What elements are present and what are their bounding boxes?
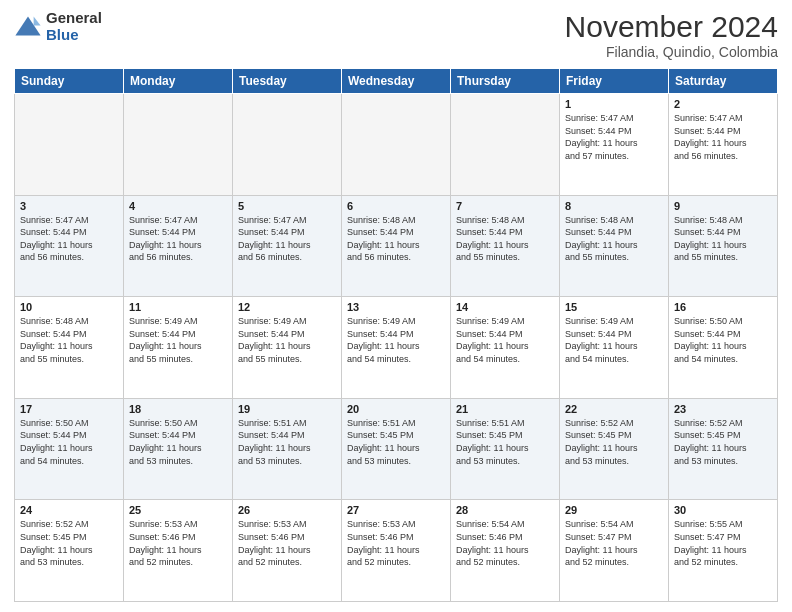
cell-day-number: 16 xyxy=(674,301,772,313)
calendar-cell: 9Sunrise: 5:48 AM Sunset: 5:44 PM Daylig… xyxy=(669,195,778,297)
cell-day-number: 11 xyxy=(129,301,227,313)
calendar-cell: 27Sunrise: 5:53 AM Sunset: 5:46 PM Dayli… xyxy=(342,500,451,602)
cell-info: Sunrise: 5:49 AM Sunset: 5:44 PM Dayligh… xyxy=(565,315,663,365)
cell-info: Sunrise: 5:51 AM Sunset: 5:45 PM Dayligh… xyxy=(347,417,445,467)
calendar-cell xyxy=(233,94,342,196)
calendar-cell: 2Sunrise: 5:47 AM Sunset: 5:44 PM Daylig… xyxy=(669,94,778,196)
weekday-header-sunday: Sunday xyxy=(15,69,124,94)
cell-day-number: 4 xyxy=(129,200,227,212)
calendar-cell: 3Sunrise: 5:47 AM Sunset: 5:44 PM Daylig… xyxy=(15,195,124,297)
month-title: November 2024 xyxy=(565,10,778,44)
cell-info: Sunrise: 5:47 AM Sunset: 5:44 PM Dayligh… xyxy=(20,214,118,264)
calendar-cell: 29Sunrise: 5:54 AM Sunset: 5:47 PM Dayli… xyxy=(560,500,669,602)
cell-day-number: 17 xyxy=(20,403,118,415)
cell-info: Sunrise: 5:48 AM Sunset: 5:44 PM Dayligh… xyxy=(20,315,118,365)
calendar-cell: 12Sunrise: 5:49 AM Sunset: 5:44 PM Dayli… xyxy=(233,297,342,399)
cell-day-number: 18 xyxy=(129,403,227,415)
cell-day-number: 19 xyxy=(238,403,336,415)
location-title: Filandia, Quindio, Colombia xyxy=(565,44,778,60)
cell-info: Sunrise: 5:50 AM Sunset: 5:44 PM Dayligh… xyxy=(20,417,118,467)
cell-day-number: 7 xyxy=(456,200,554,212)
calendar-cell: 7Sunrise: 5:48 AM Sunset: 5:44 PM Daylig… xyxy=(451,195,560,297)
calendar-cell: 26Sunrise: 5:53 AM Sunset: 5:46 PM Dayli… xyxy=(233,500,342,602)
calendar-cell: 20Sunrise: 5:51 AM Sunset: 5:45 PM Dayli… xyxy=(342,398,451,500)
cell-day-number: 26 xyxy=(238,504,336,516)
calendar-cell: 21Sunrise: 5:51 AM Sunset: 5:45 PM Dayli… xyxy=(451,398,560,500)
cell-info: Sunrise: 5:53 AM Sunset: 5:46 PM Dayligh… xyxy=(347,518,445,568)
calendar-cell: 13Sunrise: 5:49 AM Sunset: 5:44 PM Dayli… xyxy=(342,297,451,399)
title-block: November 2024 Filandia, Quindio, Colombi… xyxy=(565,10,778,60)
cell-day-number: 14 xyxy=(456,301,554,313)
calendar-cell: 11Sunrise: 5:49 AM Sunset: 5:44 PM Dayli… xyxy=(124,297,233,399)
logo: General Blue xyxy=(14,10,102,43)
cell-day-number: 24 xyxy=(20,504,118,516)
calendar-header: SundayMondayTuesdayWednesdayThursdayFrid… xyxy=(15,69,778,94)
cell-info: Sunrise: 5:52 AM Sunset: 5:45 PM Dayligh… xyxy=(674,417,772,467)
calendar-cell: 28Sunrise: 5:54 AM Sunset: 5:46 PM Dayli… xyxy=(451,500,560,602)
calendar-week-4: 17Sunrise: 5:50 AM Sunset: 5:44 PM Dayli… xyxy=(15,398,778,500)
calendar-cell: 16Sunrise: 5:50 AM Sunset: 5:44 PM Dayli… xyxy=(669,297,778,399)
calendar-cell: 25Sunrise: 5:53 AM Sunset: 5:46 PM Dayli… xyxy=(124,500,233,602)
cell-info: Sunrise: 5:47 AM Sunset: 5:44 PM Dayligh… xyxy=(565,112,663,162)
calendar-cell xyxy=(15,94,124,196)
cell-day-number: 22 xyxy=(565,403,663,415)
cell-info: Sunrise: 5:50 AM Sunset: 5:44 PM Dayligh… xyxy=(674,315,772,365)
cell-info: Sunrise: 5:47 AM Sunset: 5:44 PM Dayligh… xyxy=(674,112,772,162)
cell-info: Sunrise: 5:49 AM Sunset: 5:44 PM Dayligh… xyxy=(347,315,445,365)
weekday-header-friday: Friday xyxy=(560,69,669,94)
calendar-cell: 6Sunrise: 5:48 AM Sunset: 5:44 PM Daylig… xyxy=(342,195,451,297)
calendar-cell: 8Sunrise: 5:48 AM Sunset: 5:44 PM Daylig… xyxy=(560,195,669,297)
cell-day-number: 2 xyxy=(674,98,772,110)
calendar-week-5: 24Sunrise: 5:52 AM Sunset: 5:45 PM Dayli… xyxy=(15,500,778,602)
cell-day-number: 23 xyxy=(674,403,772,415)
cell-day-number: 9 xyxy=(674,200,772,212)
calendar-week-2: 3Sunrise: 5:47 AM Sunset: 5:44 PM Daylig… xyxy=(15,195,778,297)
logo-icon xyxy=(14,13,42,41)
calendar-cell xyxy=(342,94,451,196)
calendar-cell: 1Sunrise: 5:47 AM Sunset: 5:44 PM Daylig… xyxy=(560,94,669,196)
cell-info: Sunrise: 5:49 AM Sunset: 5:44 PM Dayligh… xyxy=(456,315,554,365)
cell-info: Sunrise: 5:48 AM Sunset: 5:44 PM Dayligh… xyxy=(565,214,663,264)
svg-marker-0 xyxy=(15,16,40,35)
calendar-cell: 18Sunrise: 5:50 AM Sunset: 5:44 PM Dayli… xyxy=(124,398,233,500)
calendar-cell: 14Sunrise: 5:49 AM Sunset: 5:44 PM Dayli… xyxy=(451,297,560,399)
cell-day-number: 27 xyxy=(347,504,445,516)
cell-info: Sunrise: 5:47 AM Sunset: 5:44 PM Dayligh… xyxy=(129,214,227,264)
cell-day-number: 6 xyxy=(347,200,445,212)
cell-day-number: 10 xyxy=(20,301,118,313)
weekday-header-wednesday: Wednesday xyxy=(342,69,451,94)
cell-info: Sunrise: 5:48 AM Sunset: 5:44 PM Dayligh… xyxy=(674,214,772,264)
cell-day-number: 29 xyxy=(565,504,663,516)
calendar-cell: 10Sunrise: 5:48 AM Sunset: 5:44 PM Dayli… xyxy=(15,297,124,399)
cell-info: Sunrise: 5:49 AM Sunset: 5:44 PM Dayligh… xyxy=(129,315,227,365)
cell-info: Sunrise: 5:54 AM Sunset: 5:47 PM Dayligh… xyxy=(565,518,663,568)
cell-day-number: 13 xyxy=(347,301,445,313)
cell-day-number: 30 xyxy=(674,504,772,516)
calendar: SundayMondayTuesdayWednesdayThursdayFrid… xyxy=(14,68,778,602)
cell-day-number: 5 xyxy=(238,200,336,212)
cell-day-number: 25 xyxy=(129,504,227,516)
calendar-week-1: 1Sunrise: 5:47 AM Sunset: 5:44 PM Daylig… xyxy=(15,94,778,196)
calendar-week-3: 10Sunrise: 5:48 AM Sunset: 5:44 PM Dayli… xyxy=(15,297,778,399)
logo-text: General Blue xyxy=(46,10,102,43)
calendar-body: 1Sunrise: 5:47 AM Sunset: 5:44 PM Daylig… xyxy=(15,94,778,602)
calendar-cell: 5Sunrise: 5:47 AM Sunset: 5:44 PM Daylig… xyxy=(233,195,342,297)
cell-info: Sunrise: 5:54 AM Sunset: 5:46 PM Dayligh… xyxy=(456,518,554,568)
weekday-header-tuesday: Tuesday xyxy=(233,69,342,94)
cell-day-number: 1 xyxy=(565,98,663,110)
cell-day-number: 15 xyxy=(565,301,663,313)
cell-day-number: 28 xyxy=(456,504,554,516)
page: General Blue November 2024 Filandia, Qui… xyxy=(0,0,792,612)
calendar-cell: 17Sunrise: 5:50 AM Sunset: 5:44 PM Dayli… xyxy=(15,398,124,500)
cell-day-number: 3 xyxy=(20,200,118,212)
calendar-cell: 23Sunrise: 5:52 AM Sunset: 5:45 PM Dayli… xyxy=(669,398,778,500)
cell-info: Sunrise: 5:55 AM Sunset: 5:47 PM Dayligh… xyxy=(674,518,772,568)
weekday-header-saturday: Saturday xyxy=(669,69,778,94)
calendar-cell xyxy=(124,94,233,196)
calendar-cell: 22Sunrise: 5:52 AM Sunset: 5:45 PM Dayli… xyxy=(560,398,669,500)
cell-day-number: 12 xyxy=(238,301,336,313)
cell-info: Sunrise: 5:53 AM Sunset: 5:46 PM Dayligh… xyxy=(129,518,227,568)
calendar-cell: 30Sunrise: 5:55 AM Sunset: 5:47 PM Dayli… xyxy=(669,500,778,602)
cell-day-number: 20 xyxy=(347,403,445,415)
weekday-header-thursday: Thursday xyxy=(451,69,560,94)
